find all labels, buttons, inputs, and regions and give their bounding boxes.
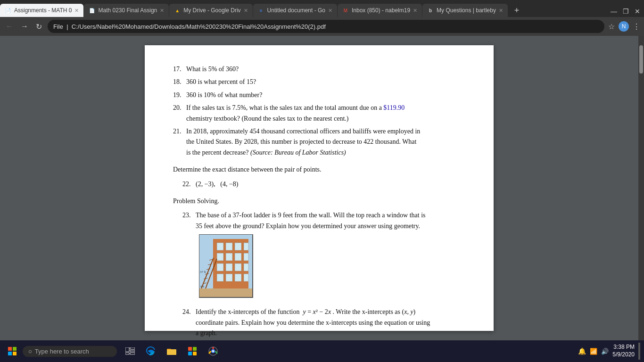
svg-rect-35 (130, 347, 135, 349)
section-distance: Determine the exact distance between the… (173, 165, 465, 175)
question-24: 24. Identify the x-intercepts of the fun… (182, 307, 465, 338)
taskbar-right: 🔔 📶 🔊 3:38 PM 5/9/2020 (578, 343, 640, 360)
maximize-button[interactable]: ❐ (623, 8, 629, 15)
back-button[interactable]: ← (4, 20, 15, 33)
q20-num: 20. (173, 103, 186, 124)
svg-rect-8 (226, 253, 232, 261)
volume-icon: 🔊 (601, 348, 609, 355)
taskbar-store[interactable] (183, 342, 202, 361)
svg-rect-41 (167, 350, 176, 354)
taskbar-chrome[interactable] (204, 342, 223, 361)
menu-icon[interactable]: ⋮ (633, 22, 640, 31)
svg-text:37 ft: 37 ft (200, 270, 206, 274)
bookmark-icon[interactable]: ☆ (608, 22, 615, 31)
tab-favicon-4: ≡ (258, 7, 264, 14)
svg-rect-4 (226, 243, 232, 250)
pdf-content[interactable]: 17. What is 5% of 360? 18. 360 is what p… (0, 36, 638, 340)
tab-favicon-6: b (427, 7, 434, 14)
svg-rect-16 (226, 274, 232, 281)
tab-close-3[interactable]: ✕ (241, 8, 248, 14)
taskbar-date-text: 5/9/2020 (612, 351, 635, 359)
taskbar-search-box[interactable]: ○ Type here to search (23, 346, 117, 357)
svg-rect-42 (188, 347, 192, 351)
svg-text:9 ft: 9 ft (200, 285, 204, 288)
taskbar-time-text: 3:38 PM (612, 344, 635, 351)
q18-num: 18. (173, 77, 186, 87)
svg-rect-18 (244, 274, 248, 281)
window-controls: — ❐ ✕ (611, 8, 640, 17)
svg-rect-33 (13, 352, 17, 355)
tab-close-4[interactable]: ✕ (325, 8, 332, 14)
tab-favicon-5: M (342, 7, 349, 14)
svg-rect-5 (235, 243, 241, 250)
store-icon (188, 346, 197, 356)
taskbar: ○ Type here to search (0, 340, 644, 362)
close-window-button[interactable]: ✕ (635, 8, 640, 15)
pdf-scrollbar-thumb[interactable] (639, 45, 643, 74)
taskbar-file-explorer[interactable] (162, 342, 181, 361)
profile-icon[interactable]: N (619, 21, 629, 32)
tab-untitled-doc[interactable]: ≡ Untitled document - Go ✕ (253, 4, 337, 17)
tab-close-2[interactable]: ✕ (157, 8, 164, 14)
svg-rect-3 (217, 243, 223, 250)
address-input[interactable] (48, 20, 604, 33)
svg-rect-31 (13, 347, 17, 351)
svg-rect-44 (188, 352, 192, 355)
svg-rect-32 (8, 352, 12, 355)
taskbar-task-view[interactable] (121, 342, 140, 361)
svg-rect-17 (235, 274, 241, 281)
tab-favicon-2: 📄 (89, 7, 95, 14)
question-23: 23. The base of a 37-foot ladder is 9 fe… (182, 210, 465, 231)
svg-rect-45 (193, 352, 197, 355)
q23-num: 23. (182, 210, 196, 231)
minimize-button[interactable]: — (611, 8, 617, 15)
pdf-scrollbar[interactable] (638, 36, 644, 340)
wifi-icon: 📶 (590, 348, 597, 355)
start-button[interactable] (4, 343, 21, 360)
forward-button[interactable]: → (19, 20, 30, 33)
tab-close-5[interactable]: ✕ (410, 8, 417, 14)
tab-favicon-1: 📄 (5, 7, 11, 14)
tab-label-3: My Drive - Google Driv (183, 7, 240, 14)
refresh-button[interactable]: ↻ (34, 20, 44, 33)
tab-math-final[interactable]: 📄 Math 0230 Final Assign ✕ (84, 4, 169, 17)
svg-rect-7 (217, 253, 223, 261)
task-view-icon (125, 347, 135, 355)
tab-label-2: Math 0230 Final Assign (98, 7, 157, 14)
q23-text: The base of a 37-foot ladder is 9 feet f… (196, 210, 465, 231)
question-22: 22. (2, −3), (4, −8) (182, 179, 465, 189)
windows-logo (8, 347, 17, 355)
file-explorer-icon (166, 347, 177, 355)
question-18: 18. 360 is what percent of 15? (173, 77, 465, 87)
tab-close-1[interactable]: ✕ (72, 8, 79, 14)
svg-point-49 (212, 350, 214, 352)
building-illustration: 37 ft 9 ft (199, 234, 465, 301)
svg-rect-6 (244, 243, 248, 250)
tab-assignments[interactable]: 📄 Assignments - MATH 0 ✕ (0, 4, 83, 17)
q21-text: In 2018, approximately 454 thousand corr… (186, 126, 465, 158)
tab-close-6[interactable]: ✕ (496, 8, 503, 14)
section-problem-solving: Problem Solving. (173, 196, 465, 206)
q22-text: (2, −3), (4, −8) (196, 179, 465, 189)
new-tab-button[interactable]: + (510, 4, 523, 17)
show-desktop-button[interactable] (638, 343, 640, 360)
svg-rect-9 (235, 253, 241, 261)
q24-text: Identify the x-intercepts of the functio… (196, 307, 465, 338)
q17-text: What is 5% of 360? (186, 64, 465, 74)
browser-chrome: 📄 Assignments - MATH 0 ✕ 📄 Math 0230 Fin… (0, 0, 644, 36)
tab-gmail[interactable]: M Inbox (850) - nabelm19 ✕ (338, 4, 422, 17)
address-bar: ← → ↻ ☆ N ⋮ (0, 17, 644, 36)
tab-bartleby[interactable]: b My Questions | bartleby ✕ (422, 4, 508, 17)
taskbar-edge[interactable] (141, 342, 160, 361)
svg-rect-38 (130, 353, 135, 354)
tab-label-5: Inbox (850) - nabelm19 (352, 7, 410, 14)
tab-google-drive[interactable]: ▲ My Drive - Google Driv ✕ (169, 4, 252, 17)
taskbar-items (121, 342, 223, 361)
svg-rect-14 (244, 263, 248, 271)
building-svg: 37 ft 9 ft (199, 234, 253, 298)
svg-rect-36 (130, 350, 135, 352)
q24-num: 24. (182, 307, 196, 338)
notification-icon[interactable]: 🔔 (578, 347, 586, 355)
question-21: 21. In 2018, approximately 454 thousand … (173, 126, 465, 158)
pdf-viewer: 17. What is 5% of 360? 18. 360 is what p… (0, 36, 644, 340)
